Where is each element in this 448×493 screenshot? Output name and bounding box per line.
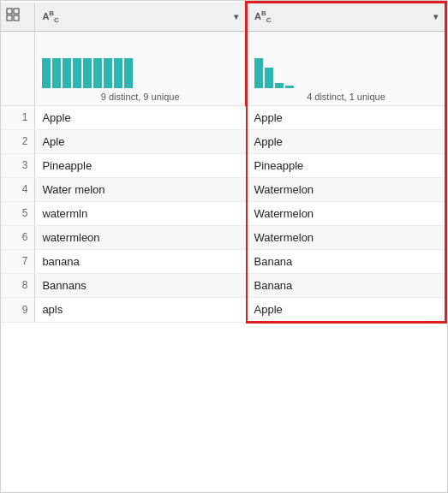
question-cell: banana	[35, 249, 247, 273]
fruit-bar	[265, 68, 273, 88]
summary-index-cell	[1, 31, 35, 105]
table-row: 4Water melonWatermelon	[1, 177, 446, 201]
question-cell: Pineapple	[35, 153, 247, 177]
question-cell: Bannans	[35, 273, 247, 297]
index-column-header	[1, 3, 35, 32]
fruit-bar	[254, 58, 263, 88]
question-cell: Water melon	[35, 177, 247, 201]
question-bar	[124, 58, 133, 88]
table-row: 5watermlnWatermelon	[1, 201, 446, 225]
table-row: 3PineapplePineapple	[1, 153, 446, 177]
question-summary-cell: 9 distinct, 9 unique	[35, 31, 247, 105]
row-index: 4	[1, 177, 35, 201]
fruit-summary-cell: 4 distinct, 1 unique	[247, 31, 446, 105]
fruit-cell: Apple	[247, 129, 446, 153]
row-index: 5	[1, 201, 35, 225]
question-cell: Aple	[35, 129, 247, 153]
fruit-cell: Banana	[247, 249, 446, 273]
question-bar	[42, 58, 51, 88]
fruit-cell: Apple	[247, 297, 446, 322]
svg-rect-2	[7, 15, 12, 21]
fruit-cell: Watermelon	[247, 225, 446, 249]
row-index: 7	[1, 249, 35, 273]
fruit-bar	[285, 86, 294, 88]
table-row: 6watermleonWatermelon	[1, 225, 446, 249]
question-type-icon: ABC	[42, 9, 59, 24]
svg-rect-1	[14, 9, 19, 14]
table-row: 8BannansBanana	[1, 273, 446, 297]
question-bar	[93, 58, 102, 88]
question-bar	[104, 58, 112, 88]
row-index: 2	[1, 129, 35, 153]
fruit-column-header[interactable]: ABC ▾	[247, 3, 446, 32]
table-row: 1AppleApple	[1, 105, 446, 129]
question-bar	[63, 58, 71, 88]
fruit-cell: Banana	[247, 273, 446, 297]
grid-icon	[6, 8, 21, 23]
svg-rect-0	[7, 9, 12, 14]
question-bar	[73, 58, 81, 88]
fruit-cell: Watermelon	[247, 177, 446, 201]
fruit-cell: Watermelon	[247, 201, 446, 225]
table-row: 2ApleApple	[1, 129, 446, 153]
fruit-cell: Pineapple	[247, 153, 446, 177]
table-row: 7bananaBanana	[1, 249, 446, 273]
question-cell: watermln	[35, 201, 247, 225]
question-bar	[114, 58, 122, 88]
fruit-bar	[275, 83, 284, 88]
question-column-header[interactable]: ABC ▾	[35, 3, 247, 32]
row-index: 1	[1, 105, 35, 129]
question-summary-text: 9 distinct, 9 unique	[42, 92, 238, 102]
data-table: ABC ▾ ABC ▾ 9 distinct, 9 unique4 distin…	[0, 0, 448, 493]
row-index: 9	[1, 297, 35, 322]
fruit-type-icon: ABC	[254, 9, 272, 24]
question-cell: Apple	[35, 105, 247, 129]
fruit-summary-text: 4 distinct, 1 unique	[254, 92, 438, 102]
table-row: 9aplsApple	[1, 297, 446, 322]
question-column-dropdown-icon[interactable]: ▾	[234, 12, 238, 21]
fruit-cell: Apple	[247, 105, 446, 129]
question-cell: watermleon	[35, 225, 247, 249]
row-index: 6	[1, 225, 35, 249]
question-cell: apls	[35, 297, 247, 322]
question-bar	[52, 58, 61, 88]
row-index: 3	[1, 153, 35, 177]
question-bar	[83, 58, 92, 88]
row-index: 8	[1, 273, 35, 297]
fruit-column-dropdown-icon[interactable]: ▾	[433, 12, 438, 21]
svg-rect-3	[14, 15, 19, 21]
